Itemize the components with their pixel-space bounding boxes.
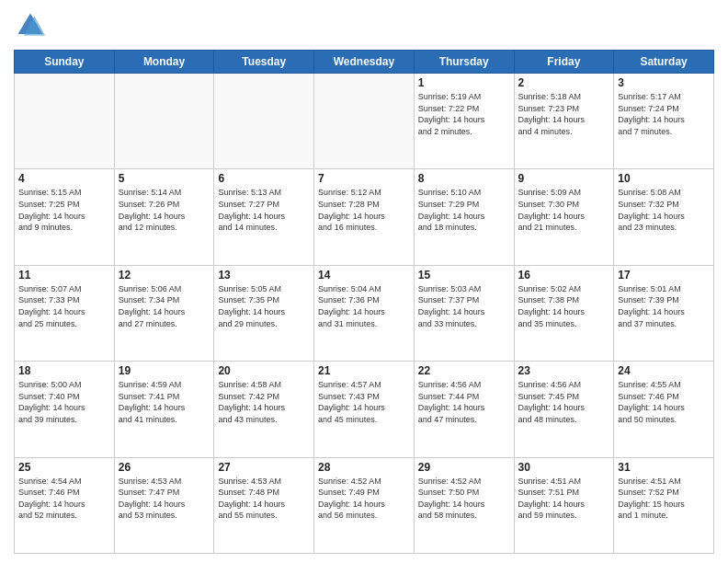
day-number: 6 [218,172,310,185]
day-number: 5 [119,172,210,185]
day-number: 23 [518,364,610,377]
calendar-cell: 4Sunrise: 5:15 AM Sunset: 7:25 PM Daylig… [15,169,115,265]
day-info: Sunrise: 4:58 AM Sunset: 7:42 PM Dayligh… [218,379,310,425]
calendar-cell: 17Sunrise: 5:01 AM Sunset: 7:39 PM Dayli… [614,265,714,361]
day-info: Sunrise: 4:56 AM Sunset: 7:44 PM Dayligh… [418,379,510,425]
calendar-cell: 25Sunrise: 4:54 AM Sunset: 7:46 PM Dayli… [15,457,115,553]
day-number: 13 [218,269,310,282]
day-info: Sunrise: 4:52 AM Sunset: 7:49 PM Dayligh… [318,476,410,522]
day-info: Sunrise: 5:06 AM Sunset: 7:34 PM Dayligh… [119,283,210,329]
calendar-cell: 29Sunrise: 4:52 AM Sunset: 7:50 PM Dayli… [414,457,514,553]
day-number: 14 [318,269,410,282]
day-info: Sunrise: 4:53 AM Sunset: 7:47 PM Dayligh… [119,476,210,522]
calendar-header-row: SundayMondayTuesdayWednesdayThursdayFrid… [15,51,714,74]
calendar-table: SundayMondayTuesdayWednesdayThursdayFrid… [14,50,714,554]
day-number: 8 [418,172,510,185]
calendar-cell: 2Sunrise: 5:18 AM Sunset: 7:23 PM Daylig… [514,74,614,169]
day-info: Sunrise: 5:05 AM Sunset: 7:35 PM Dayligh… [218,283,310,329]
day-number: 10 [618,172,710,185]
day-info: Sunrise: 4:51 AM Sunset: 7:51 PM Dayligh… [518,476,610,522]
day-number: 11 [18,269,110,282]
calendar-cell [15,74,115,169]
day-number: 21 [318,364,410,377]
day-info: Sunrise: 4:59 AM Sunset: 7:41 PM Dayligh… [119,379,210,425]
calendar-cell: 21Sunrise: 4:57 AM Sunset: 7:43 PM Dayli… [314,362,415,457]
day-number: 2 [518,76,610,89]
day-number: 20 [218,364,310,377]
day-number: 7 [318,172,410,185]
day-info: Sunrise: 4:53 AM Sunset: 7:48 PM Dayligh… [218,476,310,522]
calendar-cell: 13Sunrise: 5:05 AM Sunset: 7:35 PM Dayli… [214,265,314,361]
day-info: Sunrise: 5:04 AM Sunset: 7:36 PM Dayligh… [318,283,410,329]
calendar-cell: 20Sunrise: 4:58 AM Sunset: 7:42 PM Dayli… [214,362,314,457]
calendar-cell: 16Sunrise: 5:02 AM Sunset: 7:38 PM Dayli… [514,265,614,361]
header [14,9,714,42]
day-info: Sunrise: 5:18 AM Sunset: 7:23 PM Dayligh… [518,91,610,137]
calendar-cell: 5Sunrise: 5:14 AM Sunset: 7:26 PM Daylig… [114,169,214,265]
day-number: 9 [518,172,610,185]
day-of-week-header: Saturday [614,51,714,74]
day-of-week-header: Friday [514,51,614,74]
calendar-cell [114,74,214,169]
day-number: 29 [418,461,510,474]
calendar-cell: 8Sunrise: 5:10 AM Sunset: 7:29 PM Daylig… [414,169,514,265]
calendar-cell: 31Sunrise: 4:51 AM Sunset: 7:52 PM Dayli… [614,457,714,553]
day-info: Sunrise: 4:55 AM Sunset: 7:46 PM Dayligh… [618,379,710,425]
day-number: 12 [119,269,210,282]
day-info: Sunrise: 5:02 AM Sunset: 7:38 PM Dayligh… [518,283,610,329]
calendar-cell: 30Sunrise: 4:51 AM Sunset: 7:51 PM Dayli… [514,457,614,553]
day-number: 3 [618,76,710,89]
calendar-cell: 28Sunrise: 4:52 AM Sunset: 7:49 PM Dayli… [314,457,415,553]
day-info: Sunrise: 5:07 AM Sunset: 7:33 PM Dayligh… [18,283,110,329]
day-number: 25 [18,461,110,474]
day-info: Sunrise: 5:17 AM Sunset: 7:24 PM Dayligh… [618,91,710,137]
calendar-cell: 18Sunrise: 5:00 AM Sunset: 7:40 PM Dayli… [15,362,115,457]
calendar-cell: 12Sunrise: 5:06 AM Sunset: 7:34 PM Dayli… [114,265,214,361]
calendar-week-row: 1Sunrise: 5:19 AM Sunset: 7:22 PM Daylig… [15,74,714,169]
calendar-body: 1Sunrise: 5:19 AM Sunset: 7:22 PM Daylig… [15,74,714,554]
day-number: 16 [518,269,610,282]
calendar-week-row: 18Sunrise: 5:00 AM Sunset: 7:40 PM Dayli… [15,362,714,457]
calendar-cell: 6Sunrise: 5:13 AM Sunset: 7:27 PM Daylig… [214,169,314,265]
day-info: Sunrise: 5:01 AM Sunset: 7:39 PM Dayligh… [618,283,710,329]
day-number: 28 [318,461,410,474]
day-info: Sunrise: 4:54 AM Sunset: 7:46 PM Dayligh… [18,476,110,522]
calendar-cell: 19Sunrise: 4:59 AM Sunset: 7:41 PM Dayli… [114,362,214,457]
day-info: Sunrise: 4:51 AM Sunset: 7:52 PM Dayligh… [618,476,710,522]
day-of-week-header: Tuesday [214,51,314,74]
day-number: 30 [518,461,610,474]
calendar-cell: 9Sunrise: 5:09 AM Sunset: 7:30 PM Daylig… [514,169,614,265]
calendar-cell: 14Sunrise: 5:04 AM Sunset: 7:36 PM Dayli… [314,265,415,361]
day-number: 24 [618,364,710,377]
calendar-cell [214,74,314,169]
day-info: Sunrise: 5:08 AM Sunset: 7:32 PM Dayligh… [618,187,710,233]
day-number: 26 [119,461,210,474]
day-info: Sunrise: 5:00 AM Sunset: 7:40 PM Dayligh… [18,379,110,425]
calendar-cell: 26Sunrise: 4:53 AM Sunset: 7:47 PM Dayli… [114,457,214,553]
calendar-week-row: 11Sunrise: 5:07 AM Sunset: 7:33 PM Dayli… [15,265,714,361]
day-info: Sunrise: 5:14 AM Sunset: 7:26 PM Dayligh… [119,187,210,233]
calendar-cell: 10Sunrise: 5:08 AM Sunset: 7:32 PM Dayli… [614,169,714,265]
day-number: 18 [18,364,110,377]
calendar-cell: 1Sunrise: 5:19 AM Sunset: 7:22 PM Daylig… [414,74,514,169]
calendar-cell [314,74,415,169]
calendar-cell: 3Sunrise: 5:17 AM Sunset: 7:24 PM Daylig… [614,74,714,169]
day-info: Sunrise: 4:56 AM Sunset: 7:45 PM Dayligh… [518,379,610,425]
calendar-cell: 15Sunrise: 5:03 AM Sunset: 7:37 PM Dayli… [414,265,514,361]
day-info: Sunrise: 5:03 AM Sunset: 7:37 PM Dayligh… [418,283,510,329]
day-info: Sunrise: 5:12 AM Sunset: 7:28 PM Dayligh… [318,187,410,233]
day-of-week-header: Thursday [414,51,514,74]
logo-icon [14,9,47,42]
page: SundayMondayTuesdayWednesdayThursdayFrid… [0,0,728,563]
day-info: Sunrise: 4:52 AM Sunset: 7:50 PM Dayligh… [418,476,510,522]
day-info: Sunrise: 5:13 AM Sunset: 7:27 PM Dayligh… [218,187,310,233]
day-info: Sunrise: 5:19 AM Sunset: 7:22 PM Dayligh… [418,91,510,137]
day-number: 4 [18,172,110,185]
day-number: 15 [418,269,510,282]
day-number: 19 [119,364,210,377]
calendar-cell: 22Sunrise: 4:56 AM Sunset: 7:44 PM Dayli… [414,362,514,457]
day-of-week-header: Monday [114,51,214,74]
day-info: Sunrise: 5:09 AM Sunset: 7:30 PM Dayligh… [518,187,610,233]
calendar-week-row: 25Sunrise: 4:54 AM Sunset: 7:46 PM Dayli… [15,457,714,553]
day-number: 1 [418,76,510,89]
